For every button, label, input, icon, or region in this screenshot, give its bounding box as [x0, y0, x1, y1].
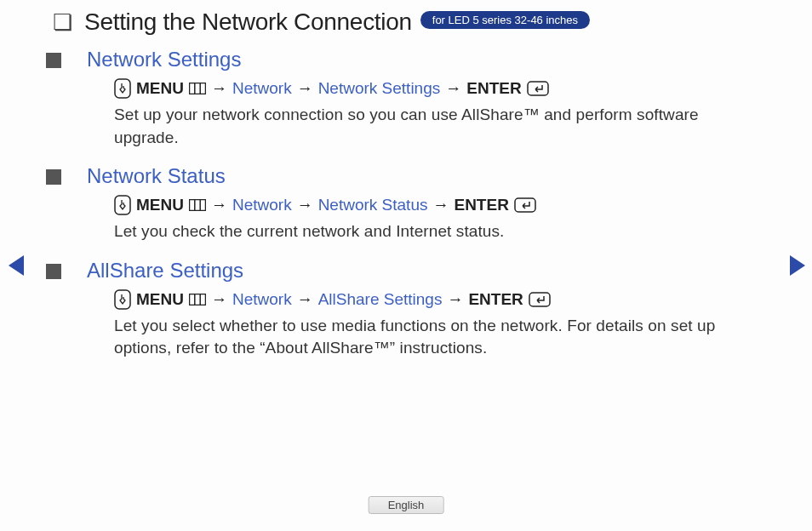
section-description: Let you select whether to use media func…	[114, 315, 759, 360]
path-item: Network	[232, 290, 292, 309]
page-title: Setting the Network Connection	[84, 9, 412, 36]
arrow-icon: →	[432, 196, 449, 214]
arrow-icon: →	[297, 79, 313, 98]
enter-label: ENTER	[468, 290, 523, 309]
svg-rect-14	[529, 293, 550, 306]
svg-rect-11	[189, 294, 205, 305]
section-network-settings: Network Settings MENU → Network → Networ…	[53, 48, 759, 149]
triangle-right-icon	[790, 255, 805, 276]
svg-rect-9	[515, 198, 535, 212]
svg-rect-5	[115, 196, 130, 214]
square-bullet-icon	[46, 264, 61, 279]
arrow-icon: →	[445, 79, 461, 98]
menu-label: MENU	[136, 290, 184, 309]
section-description: Let you check the current network and In…	[114, 220, 759, 243]
menu-path: MENU → Network → Network Status → ENTER	[114, 195, 759, 215]
menu-path: MENU → Network → AllShare Settings → ENT…	[114, 289, 759, 310]
path-item: Network Status	[318, 196, 428, 214]
path-item: Network	[232, 196, 292, 214]
path-item: Network	[232, 79, 292, 98]
enter-icon	[514, 197, 536, 213]
menu-label: MENU	[136, 196, 184, 214]
bookmark-icon: ❏	[53, 9, 72, 36]
hand-press-icon	[114, 289, 131, 310]
menu-path: MENU → Network → Network Settings → ENTE…	[114, 78, 759, 99]
square-bullet-icon	[46, 53, 61, 68]
path-item: Network Settings	[318, 79, 441, 98]
hand-press-icon	[114, 78, 131, 99]
svg-rect-1	[189, 83, 205, 94]
enter-icon	[529, 292, 551, 307]
arrow-icon: →	[211, 290, 227, 309]
square-bullet-icon	[46, 169, 61, 185]
manual-page: ❏ Setting the Network Connection for LED…	[0, 0, 812, 360]
model-badge: for LED 5 series 32-46 inches	[420, 11, 590, 29]
next-page-button[interactable]	[790, 255, 805, 276]
menu-label: MENU	[136, 79, 184, 98]
menu-grid-icon	[189, 83, 206, 94]
menu-grid-icon	[189, 294, 206, 305]
arrow-icon: →	[211, 196, 227, 214]
triangle-left-icon	[9, 255, 24, 276]
arrow-icon: →	[297, 290, 313, 309]
section-description: Set up your network connection so you ca…	[114, 104, 759, 149]
svg-rect-0	[115, 79, 130, 98]
page-title-row: ❏ Setting the Network Connection for LED…	[53, 9, 759, 36]
enter-icon	[527, 81, 549, 96]
enter-label: ENTER	[466, 79, 521, 98]
section-heading: Network Settings	[87, 48, 759, 71]
arrow-icon: →	[297, 196, 313, 214]
prev-page-button[interactable]	[9, 255, 24, 276]
svg-rect-10	[115, 290, 130, 309]
menu-grid-icon	[189, 199, 206, 211]
section-network-status: Network Status MENU → Network → Network …	[53, 164, 759, 243]
section-heading: AllShare Settings	[87, 259, 759, 283]
svg-rect-6	[189, 200, 205, 211]
svg-rect-4	[528, 82, 548, 95]
arrow-icon: →	[447, 290, 463, 309]
hand-press-icon	[114, 195, 131, 215]
section-allshare-settings: AllShare Settings MENU → Network → AllSh…	[53, 259, 759, 360]
arrow-icon: →	[211, 79, 227, 98]
path-item: AllShare Settings	[318, 290, 443, 309]
enter-label: ENTER	[454, 196, 508, 214]
section-heading: Network Status	[87, 164, 759, 188]
language-badge[interactable]: English	[369, 496, 444, 514]
